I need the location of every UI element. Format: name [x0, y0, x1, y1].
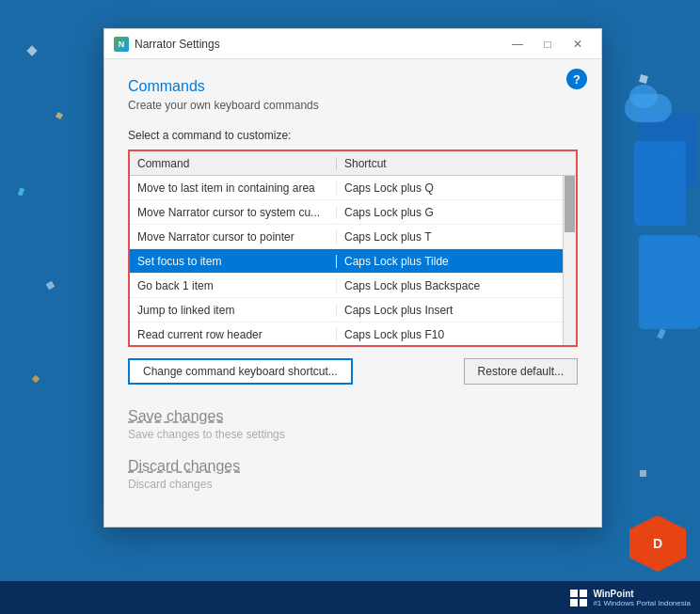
table-row[interactable]: Set focus to itemCaps Lock plus Tilde: [130, 249, 563, 274]
cell-command: Move Narrator cursor to system cu...: [130, 206, 337, 219]
save-changes-desc: Save changes to these settings: [128, 428, 578, 441]
column-header-shortcut: Shortcut: [337, 157, 576, 170]
discard-changes-desc: Discard changes: [128, 478, 578, 491]
table-row[interactable]: Move to last item in containing areaCaps…: [130, 176, 563, 200]
help-button[interactable]: ?: [566, 69, 587, 89]
action-buttons-row: Change command keyboard shortcut... Rest…: [128, 358, 578, 385]
save-changes-button[interactable]: Save changes: [128, 408, 578, 425]
taskbar: WinPoint #1 Windows Portal Indonesia: [0, 581, 700, 614]
cell-command: Jump to linked item: [130, 304, 337, 317]
maximize-button[interactable]: □: [533, 35, 562, 54]
grid-cell-1: [570, 590, 578, 597]
grid-cell-2: [580, 590, 587, 597]
table-header: Command Shortcut: [130, 151, 576, 176]
cell-command: Set focus to item: [130, 255, 337, 268]
winpoint-name: WinPoint: [593, 589, 691, 599]
select-command-label: Select a command to customize:: [128, 129, 578, 142]
column-header-command: Command: [130, 157, 337, 170]
minimize-button[interactable]: —: [503, 35, 532, 54]
table-body: Move to last item in containing areaCaps…: [130, 176, 563, 347]
page-title: Commands: [128, 78, 578, 95]
cell-shortcut: Caps Lock plus F10: [337, 328, 563, 341]
table-row[interactable]: Go back 1 itemCaps Lock plus Backspace: [130, 274, 563, 298]
table-row[interactable]: Read current row headerCaps Lock plus F1…: [130, 323, 563, 347]
restore-default-button[interactable]: Restore default...: [464, 358, 578, 385]
winpoint-brand-text: WinPoint #1 Windows Portal Indonesia: [593, 589, 691, 607]
change-shortcut-button[interactable]: Change command keyboard shortcut...: [128, 358, 353, 385]
window-title: Narrator Settings: [135, 38, 503, 51]
window-controls: — □ ✕: [503, 35, 592, 54]
page-description: Create your own keyboard commands: [128, 99, 578, 112]
table-row[interactable]: Jump to linked itemCaps Lock plus Insert: [130, 298, 563, 323]
content-area: ? Commands Create your own keyboard comm…: [104, 59, 601, 527]
cell-shortcut: Caps Lock plus G: [337, 206, 563, 219]
winpoint-badge: D: [629, 515, 686, 572]
badge-hex-icon: D: [629, 515, 686, 572]
cell-shortcut: Caps Lock plus Q: [337, 181, 563, 195]
cell-shortcut: Caps Lock plus T: [337, 230, 563, 244]
table-row[interactable]: Move Narrator cursor to pointerCaps Lock…: [130, 225, 563, 249]
grid-cell-3: [570, 599, 578, 606]
discard-section: Discard changes Discard changes: [128, 458, 578, 491]
scrollbar-thumb[interactable]: [565, 176, 575, 232]
table-row[interactable]: Move Narrator cursor to system cu...Caps…: [130, 200, 563, 225]
cell-command: Read current row header: [130, 328, 337, 341]
discard-changes-button[interactable]: Discard changes: [128, 458, 578, 475]
close-button[interactable]: ✕: [564, 35, 592, 54]
winpoint-tagline: #1 Windows Portal Indonesia: [593, 599, 691, 607]
table-scrollbar[interactable]: [563, 176, 576, 345]
narrator-settings-window: N Narrator Settings — □ ✕ ? Commands Cre…: [103, 28, 602, 527]
cell-command: Move Narrator cursor to pointer: [130, 230, 337, 244]
cell-shortcut: Caps Lock plus Insert: [337, 304, 563, 317]
winpoint-logo: WinPoint #1 Windows Portal Indonesia: [570, 589, 691, 607]
winpoint-grid-icon: [570, 590, 587, 606]
cell-shortcut: Caps Lock plus Backspace: [337, 279, 563, 292]
cell-shortcut: Caps Lock plus Tilde: [337, 255, 563, 268]
window-icon: N: [114, 37, 129, 52]
save-section: Save changes Save changes to these setti…: [128, 408, 578, 441]
titlebar: N Narrator Settings — □ ✕: [104, 29, 601, 59]
commands-table: Command Shortcut Move to last item in co…: [128, 150, 578, 347]
cell-command: Move to last item in containing area: [130, 181, 337, 195]
cell-command: Go back 1 item: [130, 279, 337, 292]
grid-cell-4: [580, 599, 587, 606]
